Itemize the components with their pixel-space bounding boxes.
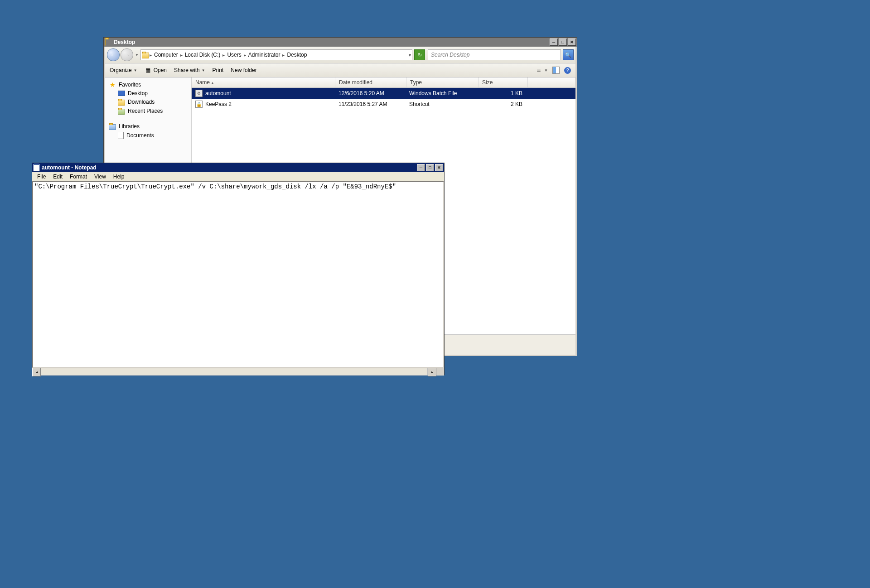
nav-history-dropdown[interactable]: ▼: [134, 50, 140, 59]
file-date: 11/23/2016 5:27 AM: [335, 101, 406, 107]
maximize-button[interactable]: □: [426, 164, 434, 171]
chevron-right-icon[interactable]: ▸: [222, 53, 225, 58]
breadcrumb-item[interactable]: Users: [225, 52, 243, 58]
command-bar: Organize▼ ▦Open Share with▼ Print New fo…: [105, 63, 575, 77]
help-button[interactable]: ?: [564, 67, 571, 74]
menu-format[interactable]: Format: [67, 173, 90, 181]
column-date[interactable]: Date modified: [335, 77, 406, 87]
scroll-left-button[interactable]: ◂: [32, 368, 41, 376]
breadcrumb-item[interactable]: Computer: [152, 52, 180, 58]
column-spacer: [528, 77, 575, 87]
column-name[interactable]: Name▴: [192, 77, 335, 87]
notepad-textarea[interactable]: "C:\Program Files\TrueCrypt\TrueCrypt.ex…: [32, 181, 444, 368]
chevron-right-icon[interactable]: ▸: [150, 53, 152, 58]
organize-menu[interactable]: Organize▼: [110, 67, 137, 73]
file-name: automount: [205, 90, 231, 96]
sidebar-item-downloads[interactable]: Downloads: [105, 97, 191, 106]
menu-view[interactable]: View: [91, 173, 109, 181]
sidebar-item-recent[interactable]: Recent Places: [105, 106, 191, 116]
file-type: Windows Batch File: [406, 90, 477, 96]
search-box[interactable]: [428, 49, 561, 60]
sort-asc-icon: ▴: [212, 81, 213, 85]
downloads-icon: [118, 98, 125, 106]
scroll-track[interactable]: [41, 368, 428, 376]
scroll-right-button[interactable]: ▸: [428, 368, 436, 376]
minimize-button[interactable]: ─: [550, 39, 558, 46]
print-button[interactable]: Print: [213, 67, 224, 73]
explorer-title: Desktop: [114, 39, 549, 45]
close-button[interactable]: ✕: [568, 39, 576, 46]
chevron-right-icon[interactable]: ▸: [180, 53, 183, 58]
explorer-titlebar[interactable]: Desktop ─ □ ✕: [104, 38, 577, 47]
close-button[interactable]: ✕: [435, 164, 443, 171]
notepad-menubar: File Edit Format View Help: [32, 172, 444, 181]
help-icon: ?: [564, 67, 571, 74]
resize-grip[interactable]: [436, 368, 444, 376]
breadcrumb-item[interactable]: Local Disk (C:): [183, 52, 222, 58]
chevron-right-icon[interactable]: ▸: [282, 53, 285, 58]
sidebar-item-desktop[interactable]: Desktop: [105, 89, 191, 97]
notepad-icon: [33, 164, 40, 171]
menu-edit[interactable]: Edit: [50, 173, 66, 181]
shortcut-icon: 🔒: [195, 101, 203, 108]
preview-pane-button[interactable]: [552, 67, 560, 74]
menu-file[interactable]: File: [34, 173, 49, 181]
file-size: 1 KB: [477, 90, 526, 96]
address-bar: ← → ▼ ▸ Computer ▸ Local Disk (C:) ▸ Use…: [105, 47, 575, 63]
back-button[interactable]: ←: [107, 48, 120, 61]
notepad-titlebar[interactable]: automount - Notepad ─ □ ✕: [32, 163, 444, 172]
chevron-right-icon[interactable]: ▸: [244, 53, 246, 58]
documents-icon: [118, 132, 124, 139]
folder-icon: [142, 51, 149, 58]
horizontal-scrollbar[interactable]: ◂ ▸: [32, 368, 444, 376]
file-type: Shortcut: [406, 101, 477, 107]
breadcrumb-item[interactable]: Administrator: [246, 52, 282, 58]
file-size: 2 KB: [477, 101, 526, 107]
breadcrumb-item[interactable]: Desktop: [285, 52, 309, 58]
batch-file-icon: ⚙: [195, 90, 203, 97]
search-button[interactable]: 🔍: [563, 49, 574, 60]
refresh-button[interactable]: ↻: [414, 49, 425, 60]
column-type[interactable]: Type: [406, 77, 478, 87]
column-headers: Name▴ Date modified Type Size: [192, 77, 575, 88]
column-size[interactable]: Size: [478, 77, 528, 87]
file-name: KeePass 2: [205, 101, 232, 107]
libraries-icon: [109, 123, 116, 130]
menu-help[interactable]: Help: [110, 173, 128, 181]
recent-icon: [118, 107, 125, 115]
file-date: 12/6/2016 5:20 AM: [335, 90, 406, 96]
forward-button[interactable]: →: [121, 48, 133, 61]
chevron-down-icon[interactable]: ▾: [409, 53, 411, 58]
sidebar-favorites[interactable]: ★Favorites: [105, 80, 191, 89]
notepad-title: automount - Notepad: [42, 164, 416, 171]
maximize-button[interactable]: □: [559, 39, 567, 46]
share-menu[interactable]: Share with▼: [174, 67, 205, 73]
minimize-button[interactable]: ─: [417, 164, 425, 171]
new-folder-button[interactable]: New folder: [231, 67, 256, 73]
desktop-icon: [118, 91, 125, 96]
sidebar-libraries[interactable]: Libraries: [105, 122, 191, 131]
file-row[interactable]: ⚙automount 12/6/2016 5:20 AM Windows Bat…: [192, 88, 575, 99]
folder-icon: [105, 39, 112, 46]
view-menu[interactable]: ≣▼: [535, 67, 548, 74]
open-button[interactable]: ▦Open: [145, 67, 167, 74]
view-icon: ≣: [535, 67, 542, 74]
star-icon: ★: [109, 81, 116, 88]
preview-icon: [552, 67, 560, 74]
open-icon: ▦: [145, 67, 152, 74]
sidebar-item-documents[interactable]: Documents: [105, 131, 191, 140]
search-input[interactable]: [430, 51, 559, 58]
breadcrumb[interactable]: ▸ Computer ▸ Local Disk (C:) ▸ Users ▸ A…: [140, 49, 412, 60]
file-row[interactable]: 🔒KeePass 2 11/23/2016 5:27 AM Shortcut 2…: [192, 99, 575, 110]
notepad-window: automount - Notepad ─ □ ✕ File Edit Form…: [32, 163, 445, 375]
